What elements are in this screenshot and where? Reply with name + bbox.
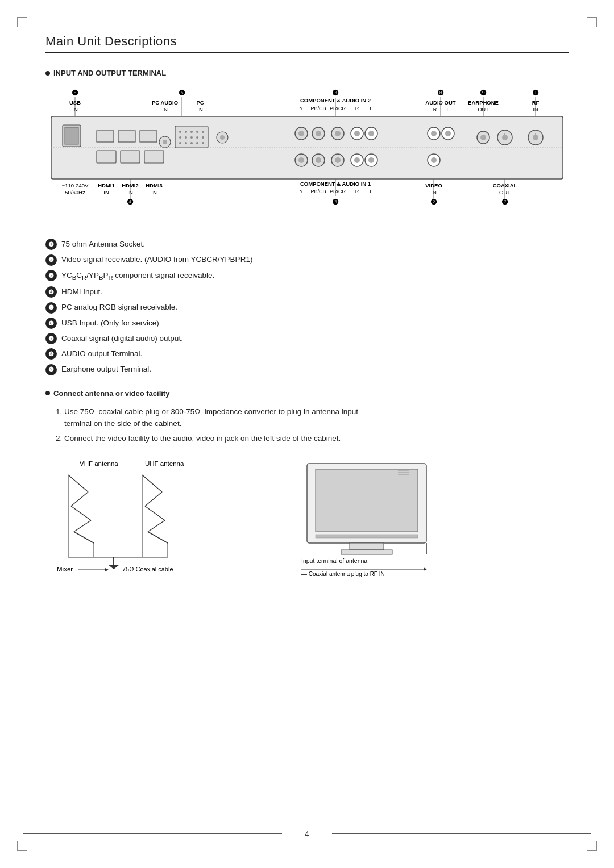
desc-text-6: USB Input. (Only for service) (61, 318, 159, 329)
svg-point-64 (445, 131, 451, 136)
svg-line-133 (148, 520, 165, 532)
svg-point-41 (190, 136, 193, 139)
svg-point-73 (316, 157, 321, 163)
svg-marker-147 (105, 568, 109, 571)
svg-point-40 (185, 136, 187, 139)
svg-point-77 (354, 157, 360, 163)
desc-num-9: ❾ (45, 364, 57, 375)
svg-text:Input terminal of antenna: Input terminal of antenna (301, 557, 367, 564)
tv-svg: Input terminal of antenna — Coaxial ante… (296, 458, 443, 577)
bullet-icon (45, 71, 50, 76)
svg-line-124 (71, 492, 88, 506)
desc-text-7: Coaxial signal (digital audio) output. (61, 333, 183, 344)
desc-num-7: ❼ (45, 333, 57, 344)
svg-point-66 (480, 135, 486, 140)
desc-text-9: Earphone output Terminal. (61, 364, 151, 375)
svg-text:PB/CB: PB/CB (310, 106, 326, 111)
footer-line-left (23, 833, 282, 834)
svg-point-68 (533, 135, 538, 140)
svg-point-32 (163, 140, 167, 144)
svg-text:Y: Y (300, 106, 303, 111)
svg-line-123 (68, 475, 88, 492)
svg-point-46 (190, 142, 193, 144)
description-list: ❶ 75 ohm Antenna Socket. ❷ Video signal … (45, 239, 569, 375)
svg-text:❽: ❽ (437, 89, 444, 97)
svg-text:❸: ❸ (332, 198, 339, 206)
svg-text:HDMI3: HDMI3 (146, 182, 163, 189)
svg-rect-85 (97, 151, 116, 163)
desc-num-8: ❽ (45, 348, 57, 360)
svg-point-38 (202, 131, 204, 133)
svg-text:50/60Hz: 50/60Hz (65, 189, 85, 195)
svg-point-43 (202, 136, 204, 139)
svg-text:PR/CR: PR/CR (330, 189, 346, 194)
connect-item-1: 1. Use 75Ω coaxial cable plug or 300-75Ω… (56, 406, 569, 430)
desc-text-3: YCBCR/YPBPR component signal receivable. (61, 270, 214, 283)
svg-text:Mixer: Mixer (57, 566, 73, 573)
svg-text:VHF antenna: VHF antenna (80, 460, 118, 467)
desc-text-8: AUDIO output Terminal. (61, 348, 142, 360)
desc-item-7: ❼ Coaxial signal (digital audio) output. (45, 333, 569, 344)
svg-marker-160 (424, 567, 427, 571)
svg-text:R: R (355, 106, 359, 111)
desc-item-5: ❺ PC analog RGB signal receivable. (45, 302, 569, 313)
desc-item-4: ❹ HDMI Input. (45, 286, 569, 298)
svg-line-132 (145, 506, 165, 520)
svg-point-81 (431, 157, 437, 163)
svg-text:PR/CR: PR/CR (330, 106, 346, 111)
svg-rect-28 (97, 131, 114, 142)
page-title: Main Unit Descriptions (45, 34, 569, 53)
svg-point-71 (298, 157, 304, 163)
svg-text:R: R (433, 107, 437, 112)
desc-text-5: PC analog RGB signal receivable. (61, 302, 177, 313)
svg-text:IN: IN (197, 106, 203, 112)
antenna-drawing: VHF antenna UHF antenna (57, 458, 250, 579)
svg-point-39 (179, 136, 181, 139)
desc-text-2: Video signal receivable. (AUDIO from YCB… (61, 254, 252, 265)
desc-item-1: ❶ 75 ohm Antenna Socket. (45, 239, 569, 250)
svg-point-44 (179, 142, 181, 144)
svg-text:❷: ❷ (430, 198, 437, 206)
svg-point-34 (179, 131, 181, 133)
footer: 4 (0, 829, 614, 838)
svg-text:IN: IN (103, 189, 109, 195)
svg-text:R: R (355, 189, 359, 194)
bullet-icon-2 (45, 391, 50, 395)
svg-point-60 (368, 131, 374, 136)
desc-item-6: ❻ USB Input. (Only for service) (45, 318, 569, 329)
svg-text:— Coaxial antenna plug to RF I: — Coaxial antenna plug to RF IN (301, 571, 385, 577)
svg-text:~110-240V: ~110-240V (62, 182, 89, 189)
svg-point-79 (368, 157, 374, 163)
svg-text:75Ω Coaxial cable: 75Ω Coaxial cable (122, 566, 173, 573)
terminal-diagram: ❻ ❺ ❸ ❽ ❾ ❶ USB IN PC AUDIO IN PC IN COM… (45, 85, 569, 233)
svg-text:HDMI1: HDMI1 (98, 182, 115, 189)
svg-text:L: L (370, 106, 372, 111)
svg-point-42 (196, 136, 198, 139)
page-number: 4 (305, 829, 309, 838)
desc-num-4: ❹ (45, 286, 57, 298)
svg-point-75 (335, 157, 341, 163)
svg-text:L: L (446, 107, 449, 112)
svg-point-52 (298, 131, 304, 136)
svg-point-37 (196, 131, 198, 133)
svg-rect-86 (121, 151, 140, 163)
connect-item-2: 2. Connect the video facility to the aud… (56, 432, 569, 445)
svg-point-48 (202, 142, 204, 144)
desc-num-3: ❸ (45, 270, 57, 281)
svg-text:PC: PC (196, 99, 204, 106)
desc-item-2: ❷ Video signal receivable. (AUDIO from Y… (45, 254, 569, 265)
svg-line-131 (145, 492, 162, 506)
svg-point-62 (431, 131, 437, 136)
svg-rect-152 (341, 550, 392, 554)
svg-line-126 (74, 520, 91, 532)
svg-text:❾: ❾ (480, 89, 487, 97)
svg-rect-30 (140, 131, 157, 142)
svg-point-47 (196, 142, 198, 144)
section1-header: INPUT AND OUTPUT TERMINAL (45, 69, 569, 77)
svg-line-130 (142, 475, 162, 492)
desc-text-4: HDMI Input. (61, 286, 102, 298)
svg-rect-29 (118, 131, 135, 142)
svg-point-45 (185, 142, 187, 144)
desc-item-9: ❾ Earphone output Terminal. (45, 364, 569, 375)
svg-line-134 (148, 532, 168, 543)
